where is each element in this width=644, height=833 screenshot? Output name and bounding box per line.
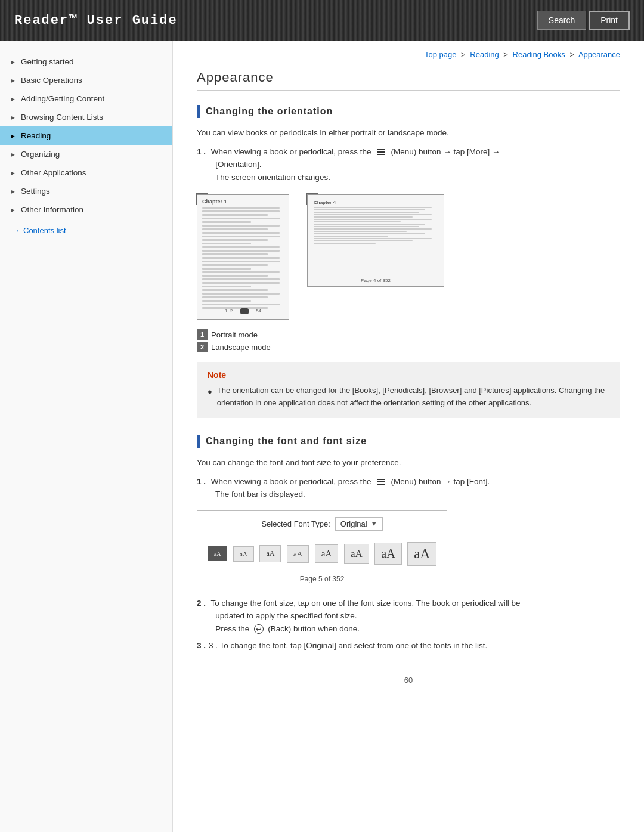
note-title: Note <box>208 370 609 380</box>
main-content: Top page > Reading > Reading Books > App… <box>173 41 644 832</box>
arrow-icon: ► <box>10 169 16 176</box>
font-size-btn-2[interactable]: aA <box>233 546 254 562</box>
step-2-font: 2 . To change the font size, tap on one … <box>197 597 620 636</box>
breadcrumb-toppage[interactable]: Top page <box>425 50 457 59</box>
portrait-label: 1 Portrait mode <box>197 329 620 340</box>
step-1-orientation: 1 . When viewing a book or periodical, p… <box>197 145 620 184</box>
section-bar-icon <box>197 435 200 448</box>
breadcrumb-reading-books[interactable]: Reading Books <box>513 50 565 59</box>
contents-link[interactable]: → Contents list <box>0 219 172 240</box>
sidebar: ► Getting started ► Basic Operations ► A… <box>0 41 173 832</box>
arrow-icon: ► <box>10 114 16 121</box>
note-content: ● The orientation can be changed for the… <box>208 385 609 410</box>
font-size-btn-1[interactable]: aA <box>208 546 228 561</box>
landscape-image-container: 2 Chapter 4 <box>307 194 444 287</box>
arrow-icon: ► <box>10 151 16 158</box>
font-bar-page: Page 5 of 352 <box>197 571 447 587</box>
contents-arrow-icon: → <box>12 226 20 235</box>
arrow-icon: ► <box>10 188 16 195</box>
font-size-btn-5[interactable]: aA <box>315 544 339 563</box>
app-title: Reader™ User Guide <box>14 13 178 28</box>
breadcrumb-reading[interactable]: Reading <box>470 50 499 59</box>
print-button[interactable]: Print <box>589 11 630 30</box>
page-title: Appearance <box>197 70 620 91</box>
sidebar-item-browsing-content[interactable]: ► Browsing Content Lists <box>0 108 172 126</box>
section-orientation: Changing the orientation You can view bo… <box>197 105 620 418</box>
font-size-btn-4[interactable]: aA <box>287 545 309 563</box>
sidebar-item-adding-content[interactable]: ► Adding/Getting Content <box>0 89 172 108</box>
sidebar-item-other-information[interactable]: ► Other Information <box>0 200 172 219</box>
sidebar-item-organizing[interactable]: ► Organizing <box>0 145 172 163</box>
sidebar-item-basic-operations[interactable]: ► Basic Operations <box>0 71 172 89</box>
arrow-icon: ► <box>10 132 16 140</box>
page-layout: ► Getting started ► Basic Operations ► A… <box>0 41 644 832</box>
portrait-footer: 1 2 54 <box>197 308 289 314</box>
sidebar-item-other-applications[interactable]: ► Other Applications <box>0 163 172 182</box>
font-intro: You can change the font and font size to… <box>197 456 620 469</box>
landscape-book: Chapter 4 <box>307 194 444 287</box>
section-font: Changing the font and font size You can … <box>197 435 620 652</box>
sidebar-item-settings[interactable]: ► Settings <box>0 182 172 200</box>
dropdown-arrow-icon: ▼ <box>371 520 377 527</box>
menu-icon <box>376 147 389 156</box>
page-number: 60 <box>404 676 413 685</box>
breadcrumb-appearance[interactable]: Appearance <box>578 50 620 59</box>
landscape-label: 2 Landscape mode <box>197 342 620 352</box>
font-bar-select[interactable]: Original ▼ <box>335 517 383 531</box>
font-bar: Selected Font Type: Original ▼ aA aA aA … <box>197 510 447 587</box>
back-icon: ↩ <box>254 624 264 634</box>
sidebar-item-reading[interactable]: ► Reading <box>0 126 172 145</box>
note-box-orientation: Note ● The orientation can be changed fo… <box>197 362 620 418</box>
step-3-font: 3 . 3 . To change the font, tap [Origina… <box>197 639 620 652</box>
sidebar-item-getting-started[interactable]: ► Getting started <box>0 52 172 71</box>
search-button[interactable]: Search <box>537 11 586 30</box>
step-1-font: 1 . When viewing a book or periodical, p… <box>197 475 620 501</box>
orientation-images: 1 Chapter 1 <box>197 194 620 320</box>
font-size-btn-6[interactable]: aA <box>344 544 369 564</box>
portrait-image-container: 1 Chapter 1 <box>197 194 289 320</box>
font-size-btn-3[interactable]: aA <box>259 545 281 562</box>
header: Reader™ User Guide Search Print <box>0 0 644 41</box>
section-bar-icon <box>197 105 200 118</box>
mode-labels: 1 Portrait mode 2 Landscape mode <box>197 329 620 352</box>
section-heading-font: Changing the font and font size <box>197 435 620 448</box>
page-footer: 60 <box>197 664 620 696</box>
font-sizes-row: aA aA aA aA aA aA aA aA <box>197 537 447 571</box>
breadcrumb: Top page > Reading > Reading Books > App… <box>197 50 620 59</box>
font-size-btn-8[interactable]: aA <box>407 542 436 566</box>
font-size-btn-7[interactable]: aA <box>374 543 401 565</box>
arrow-icon: ► <box>10 77 16 84</box>
portrait-book: Chapter 1 <box>197 194 289 320</box>
font-bar-header: Selected Font Type: Original ▼ <box>197 511 447 537</box>
header-buttons: Search Print <box>537 11 630 30</box>
section-heading-orientation: Changing the orientation <box>197 105 620 118</box>
arrow-icon: ► <box>10 206 16 213</box>
arrow-icon: ► <box>10 58 16 66</box>
font-bar-label: Selected Font Type: <box>261 519 330 528</box>
menu-icon-font <box>376 477 389 486</box>
orientation-intro: You can view books or periodicals in eit… <box>197 126 620 140</box>
arrow-icon: ► <box>10 95 16 103</box>
